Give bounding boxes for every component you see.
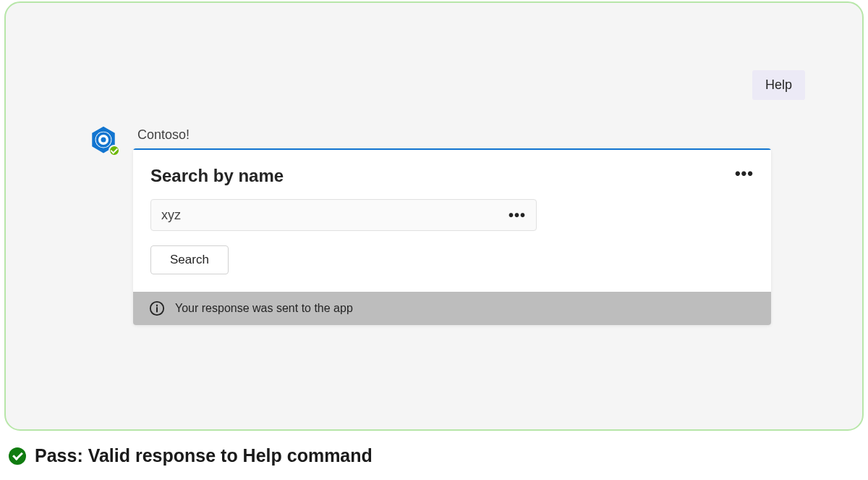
search-button[interactable]: Search: [150, 245, 229, 274]
card-more-icon[interactable]: •••: [735, 166, 754, 182]
app-avatar: [88, 125, 119, 155]
bot-message-row: Contoso! ••• Search by name ••• Search: [88, 125, 771, 325]
presence-available-icon: [109, 145, 120, 156]
svg-point-3: [101, 138, 106, 143]
card-footer: Your response was sent to the app: [133, 292, 771, 325]
search-input[interactable]: [161, 208, 509, 223]
card-column: Contoso! ••• Search by name ••• Search: [133, 125, 771, 325]
input-more-icon[interactable]: •••: [509, 208, 526, 222]
pass-check-icon: [9, 447, 26, 465]
validation-result-row: Pass: Valid response to Help command: [9, 445, 373, 466]
info-circle-icon: [149, 300, 165, 316]
card-footer-text: Your response was sent to the app: [175, 302, 353, 315]
example-panel: Help Contoso! ••• Search by name: [4, 1, 864, 431]
help-message-bubble: Help: [752, 70, 805, 100]
validation-result-text: Pass: Valid response to Help command: [35, 445, 373, 466]
card-title: Search by name: [150, 166, 754, 186]
adaptive-card: ••• Search by name ••• Search Your respo…: [133, 148, 771, 325]
search-input-container: •••: [150, 199, 537, 231]
card-body: ••• Search by name ••• Search: [133, 150, 771, 292]
help-message-text: Help: [765, 77, 792, 92]
app-name-label: Contoso!: [133, 125, 771, 148]
